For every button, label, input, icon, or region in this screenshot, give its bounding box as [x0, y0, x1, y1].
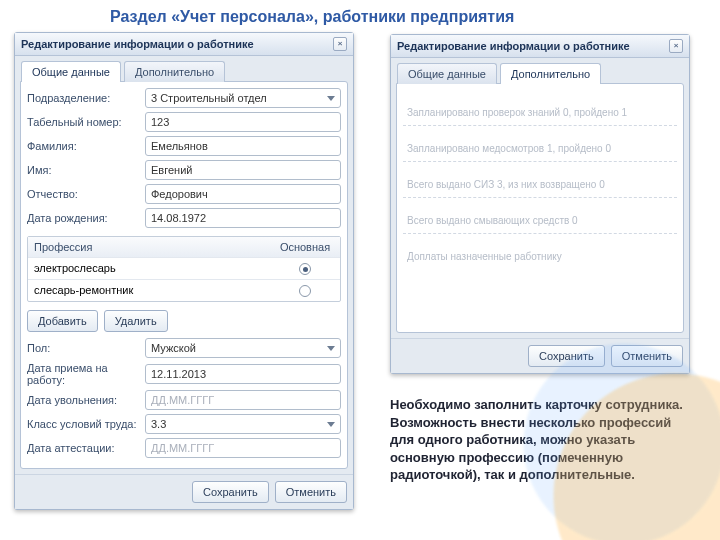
save-button[interactable]: Сохранить: [192, 481, 269, 503]
profession-name: электрослесарь: [28, 258, 270, 279]
class-select[interactable]: 3.3: [145, 414, 341, 434]
stat-knowledge: Запланировано проверок знаний 0, пройден…: [403, 90, 677, 126]
attest-label: Дата аттестации:: [27, 442, 145, 454]
sex-value: Мужской: [151, 342, 196, 354]
col-main: Основная: [270, 237, 340, 257]
panel-extra: Запланировано проверок знаний 0, пройден…: [396, 83, 684, 333]
dept-value: 3 Строительный отдел: [151, 92, 267, 104]
titlebar: Редактирование информации о работнике ×: [391, 35, 689, 58]
tab-extra[interactable]: Дополнительно: [500, 63, 601, 84]
chevron-down-icon: [327, 346, 335, 351]
firstname-input[interactable]: Евгений: [145, 160, 341, 180]
profession-name: слесарь-ремонтник: [28, 280, 270, 301]
chevron-down-icon: [327, 96, 335, 101]
class-label: Класс условий труда:: [27, 418, 145, 430]
fire-label: Дата увольнения:: [27, 394, 145, 406]
fire-input[interactable]: ДД.ММ.ГГГГ: [145, 390, 341, 410]
dept-select[interactable]: 3 Строительный отдел: [145, 88, 341, 108]
attest-input[interactable]: ДД.ММ.ГГГГ: [145, 438, 341, 458]
sex-label: Пол:: [27, 342, 145, 354]
tabnum-label: Табельный номер:: [27, 116, 145, 128]
delete-button[interactable]: Удалить: [104, 310, 168, 332]
tab-general[interactable]: Общие данные: [397, 63, 497, 84]
add-button[interactable]: Добавить: [27, 310, 98, 332]
tab-general[interactable]: Общие данные: [21, 61, 121, 82]
lastname-label: Фамилия:: [27, 140, 145, 152]
dialog-title: Редактирование информации о работнике: [21, 38, 254, 50]
close-icon[interactable]: ×: [669, 39, 683, 53]
profession-grid: Профессия Основная электрослесарь слесар…: [27, 236, 341, 302]
titlebar: Редактирование информации о работнике ×: [15, 33, 353, 56]
hire-input[interactable]: 12.11.2013: [145, 364, 341, 384]
tabstrip: Общие данные Дополнительно: [15, 56, 353, 81]
col-profession: Профессия: [28, 237, 270, 257]
tabnum-input[interactable]: 123: [145, 112, 341, 132]
employee-dialog-extra: Редактирование информации о работнике × …: [390, 34, 690, 374]
employee-dialog-general: Редактирование информации о работнике × …: [14, 32, 354, 510]
firstname-label: Имя:: [27, 164, 145, 176]
main-profession-radio[interactable]: [299, 285, 311, 297]
cancel-button[interactable]: Отменить: [275, 481, 347, 503]
close-icon[interactable]: ×: [333, 37, 347, 51]
class-value: 3.3: [151, 418, 166, 430]
stat-siz: Всего выдано СИЗ 3, из них возвращено 0: [403, 162, 677, 198]
sex-select[interactable]: Мужской: [145, 338, 341, 358]
table-row[interactable]: слесарь-ремонтник: [28, 280, 340, 301]
slide-caption: Необходимо заполнить карточку сотрудника…: [390, 396, 690, 484]
dialog-footer: Сохранить Отменить: [15, 474, 353, 509]
midname-label: Отчество:: [27, 188, 145, 200]
dept-label: Подразделение:: [27, 92, 145, 104]
stat-bonus: Доплаты назначенные работнику: [403, 234, 677, 269]
page-title: Раздел «Учет персонала», работники предп…: [110, 8, 720, 26]
midname-input[interactable]: Федорович: [145, 184, 341, 204]
table-row[interactable]: электрослесарь: [28, 258, 340, 280]
cancel-button[interactable]: Отменить: [611, 345, 683, 367]
chevron-down-icon: [327, 422, 335, 427]
dialog-title: Редактирование информации о работнике: [397, 40, 630, 52]
stat-medical: Запланировано медосмотров 1, пройдено 0: [403, 126, 677, 162]
tab-extra[interactable]: Дополнительно: [124, 61, 225, 82]
birth-input[interactable]: 14.08.1972: [145, 208, 341, 228]
panel-general: Подразделение: 3 Строительный отдел Табе…: [20, 81, 348, 469]
tabstrip: Общие данные Дополнительно: [391, 58, 689, 83]
main-profession-radio[interactable]: [299, 263, 311, 275]
birth-label: Дата рождения:: [27, 212, 145, 224]
save-button[interactable]: Сохранить: [528, 345, 605, 367]
lastname-input[interactable]: Емельянов: [145, 136, 341, 156]
stat-wash: Всего выдано смывающих средств 0: [403, 198, 677, 234]
hire-label: Дата приема на работу:: [27, 362, 145, 386]
dialog-footer: Сохранить Отменить: [391, 338, 689, 373]
